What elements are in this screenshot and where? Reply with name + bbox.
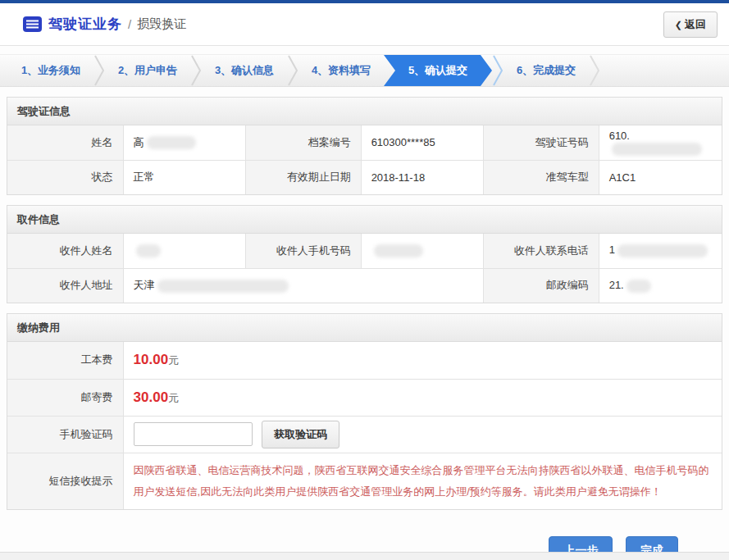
fee-amount: 30.00	[134, 389, 169, 405]
recipient-mobile-label: 收件人手机号码	[245, 234, 361, 268]
step-3-confirm-info[interactable]: 3、确认信息	[202, 55, 287, 86]
chevron-separator-icon	[589, 55, 600, 86]
vehicle-class-value: A1C1	[599, 160, 722, 194]
table-row: 工本费 10.00元	[7, 342, 722, 379]
back-button-label: 返回	[685, 18, 706, 30]
bottom-strip	[0, 552, 729, 560]
recipient-phone-label: 收件人联系电话	[483, 234, 599, 268]
recipient-mobile-value	[361, 234, 483, 268]
license-no-value: 610.	[599, 125, 722, 160]
postage-fee-value: 30.00元	[123, 379, 722, 416]
recipient-name-value	[123, 234, 245, 268]
step-6-finish-submit[interactable]: 6、完成提交	[503, 55, 589, 86]
page-title: 驾驶证业务	[48, 15, 122, 34]
recipient-phone-value: 1	[599, 234, 722, 268]
fee-amount: 10.00	[134, 352, 169, 367]
chevron-separator-icon	[93, 55, 105, 86]
postcode-label: 邮政编码	[483, 268, 599, 303]
file-no-value: 610300****85	[361, 125, 483, 160]
pickup-info-table: 收件人姓名 收件人手机号码 收件人联系电话 1 收件人地址 天津 邮政编码 21…	[7, 234, 722, 303]
redacted-value	[136, 244, 161, 257]
fees-title: 缴纳费用	[7, 314, 722, 342]
table-row: 收件人地址 天津 邮政编码 21.	[7, 268, 722, 303]
chevron-separator-icon	[287, 55, 298, 86]
valid-until-label: 有效期止日期	[245, 160, 361, 194]
chevron-left-icon: ❮	[675, 20, 682, 30]
redacted-value	[626, 280, 651, 293]
step-4-fill-data[interactable]: 4、资料填写	[298, 55, 384, 86]
name-value: 高	[123, 125, 245, 160]
step-1-business-notice[interactable]: 1、业务须知	[8, 55, 93, 86]
recipient-address-label: 收件人地址	[7, 268, 123, 303]
back-button[interactable]: ❮返回	[663, 11, 718, 38]
step-progress-bar: 1、业务须知 2、用户申告 3、确认信息 4、资料填写 5、确认提交 6、完成提…	[0, 54, 729, 87]
table-row: 状态 正常 有效期止日期 2018-11-18 准驾车型 A1C1	[7, 160, 722, 194]
pickup-info-section: 取件信息 收件人姓名 收件人手机号码 收件人联系电话 1 收件人地址 天津 邮政…	[7, 205, 722, 303]
sms-note-text: 因陕西省联通、电信运营商技术问题，陕西省互联网交通安全综合服务管理平台无法向持陕…	[124, 453, 722, 509]
chevron-separator-icon	[492, 55, 503, 86]
fees-table: 工本费 10.00元 邮寄费 30.00元 手机验证码 获取验证码 短信接收提示…	[7, 342, 722, 509]
fee-unit: 元	[168, 392, 179, 404]
valid-until-value: 2018-11-18	[361, 160, 483, 194]
postcode-value: 21.	[599, 268, 722, 303]
fees-section: 缴纳费用 工本费 10.00元 邮寄费 30.00元 手机验证码 获取验证码 短…	[7, 313, 722, 510]
breadcrumb-separator: /	[128, 17, 131, 31]
page-header: 驾驶证业务 / 损毁换证 ❮返回	[0, 3, 729, 46]
production-fee-value: 10.00元	[123, 342, 722, 379]
postage-fee-label: 邮寄费	[7, 379, 123, 416]
table-row: 短信接收提示 因陕西省联通、电信运营商技术问题，陕西省互联网交通安全综合服务管理…	[7, 453, 722, 509]
table-row: 姓名 高 档案编号 610300****85 驾驶证号码 610.	[7, 125, 722, 160]
table-row: 邮寄费 30.00元	[7, 379, 722, 416]
table-row: 手机验证码 获取验证码	[7, 416, 722, 453]
production-fee-label: 工本费	[7, 342, 123, 379]
file-no-label: 档案编号	[245, 125, 361, 160]
status-value: 正常	[123, 160, 245, 194]
pickup-info-title: 取件信息	[7, 206, 722, 234]
sms-note-label: 短信接收提示	[7, 453, 123, 509]
license-list-icon	[23, 16, 42, 32]
get-sms-code-button[interactable]: 获取验证码	[262, 421, 339, 448]
chevron-separator-icon	[190, 55, 202, 86]
step-5-confirm-submit-active[interactable]: 5、确认提交	[384, 55, 492, 86]
license-info-table: 姓名 高 档案编号 610300****85 驾驶证号码 610. 状态 正常 …	[7, 125, 722, 194]
vehicle-class-label: 准驾车型	[483, 160, 599, 194]
license-no-label: 驾驶证号码	[483, 125, 599, 160]
redacted-value	[374, 244, 423, 257]
recipient-name-label: 收件人姓名	[7, 234, 123, 268]
redacted-value	[147, 136, 196, 149]
step-2-user-declaration[interactable]: 2、用户申告	[105, 55, 190, 86]
redacted-value	[612, 143, 702, 156]
license-info-title: 驾驶证信息	[7, 98, 722, 125]
redacted-value	[157, 280, 289, 293]
sms-code-label: 手机验证码	[7, 416, 123, 453]
name-label: 姓名	[7, 125, 123, 160]
table-row: 收件人姓名 收件人手机号码 收件人联系电话 1	[7, 234, 722, 268]
status-label: 状态	[7, 160, 123, 194]
fee-unit: 元	[168, 354, 179, 367]
sms-code-cell: 获取验证码	[123, 416, 722, 453]
redacted-value	[617, 244, 708, 257]
sms-code-input[interactable]	[134, 422, 253, 446]
recipient-address-value: 天津	[123, 268, 483, 303]
sms-note-cell: 因陕西省联通、电信运营商技术问题，陕西省互联网交通安全综合服务管理平台无法向持陕…	[123, 453, 722, 509]
breadcrumb-current: 损毁换证	[137, 16, 186, 32]
license-info-section: 驾驶证信息 姓名 高 档案编号 610300****85 驾驶证号码 610. …	[7, 97, 722, 195]
